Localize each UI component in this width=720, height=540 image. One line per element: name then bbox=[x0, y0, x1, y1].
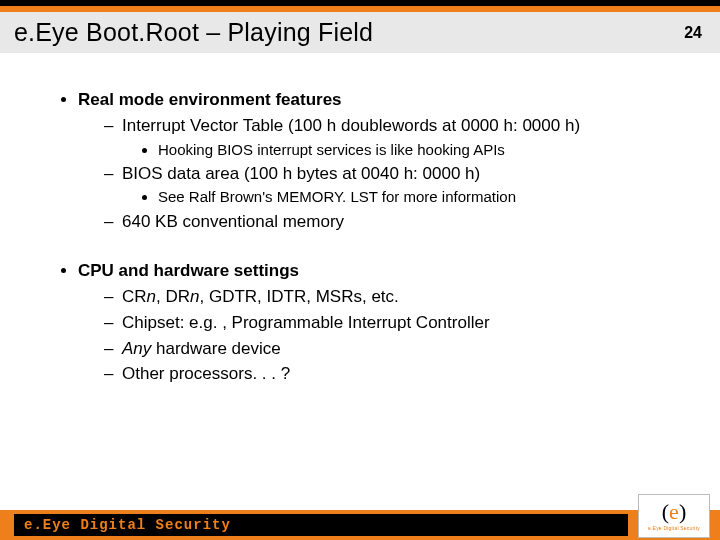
note-text: Hooking BIOS interrupt services is like … bbox=[158, 141, 505, 158]
logo-mark: (e) bbox=[662, 501, 686, 523]
italic-any: Any bbox=[122, 339, 151, 358]
footer-black-bar: e.Eye Digital Security bbox=[14, 514, 628, 536]
sub-text: 640 KB conventional memory bbox=[122, 212, 344, 231]
sub-any-hw: Any hardware device bbox=[104, 338, 680, 360]
top-orange-band bbox=[0, 0, 720, 12]
sub-other-proc: Other processors. . . ? bbox=[104, 363, 680, 385]
sub-text: Interrupt Vector Table (100 h doubleword… bbox=[122, 116, 580, 135]
txt: , GDTR, IDTR, MSRs, etc. bbox=[200, 287, 399, 306]
bullet-realmode: Real mode environment features Interrupt… bbox=[78, 89, 680, 232]
txt: CR bbox=[122, 287, 147, 306]
note-ralf-brown: See Ralf Brown's MEMORY. LST for more in… bbox=[158, 187, 680, 206]
sub-bios-data: BIOS data area (100 h bytes at 0040 h: 0… bbox=[104, 163, 680, 207]
footer-brand-text: e.Eye Digital Security bbox=[24, 517, 231, 533]
italic-n: n bbox=[190, 287, 199, 306]
txt: hardware device bbox=[151, 339, 280, 358]
sub-chipset: Chipset: e.g. , Programmable Interrupt C… bbox=[104, 312, 680, 334]
page-number: 24 bbox=[684, 24, 702, 42]
sub-640kb: 640 KB conventional memory bbox=[104, 211, 680, 233]
slide: e.Eye Boot.Root – Playing Field 24 Real … bbox=[0, 0, 720, 540]
sub-text: Chipset: e.g. , Programmable Interrupt C… bbox=[122, 313, 490, 332]
title-band: e.Eye Boot.Root – Playing Field 24 bbox=[0, 12, 720, 53]
note-hooking: Hooking BIOS interrupt services is like … bbox=[158, 140, 680, 159]
slide-title: e.Eye Boot.Root – Playing Field bbox=[14, 18, 373, 47]
content-area: Real mode environment features Interrupt… bbox=[0, 53, 720, 540]
bullet-head: Real mode environment features bbox=[78, 90, 342, 109]
note-text: See Ralf Brown's MEMORY. LST for more in… bbox=[158, 188, 516, 205]
sub-text: Other processors. . . ? bbox=[122, 364, 290, 383]
logo-subtext: e.Eye Digital Security bbox=[648, 525, 700, 531]
txt: , DR bbox=[156, 287, 190, 306]
footer: e.Eye Digital Security (e) e.Eye Digital… bbox=[0, 492, 720, 540]
bullet-head: CPU and hardware settings bbox=[78, 261, 299, 280]
sub-ivt: Interrupt Vector Table (100 h doubleword… bbox=[104, 115, 680, 159]
bullet-list: Real mode environment features Interrupt… bbox=[56, 89, 680, 385]
eeye-logo: (e) e.Eye Digital Security bbox=[638, 494, 710, 538]
sub-registers: CRn, DRn, GDTR, IDTR, MSRs, etc. bbox=[104, 286, 680, 308]
bullet-cpu-hw: CPU and hardware settings CRn, DRn, GDTR… bbox=[78, 260, 680, 385]
sub-text: BIOS data area (100 h bytes at 0040 h: 0… bbox=[122, 164, 480, 183]
italic-n: n bbox=[147, 287, 156, 306]
